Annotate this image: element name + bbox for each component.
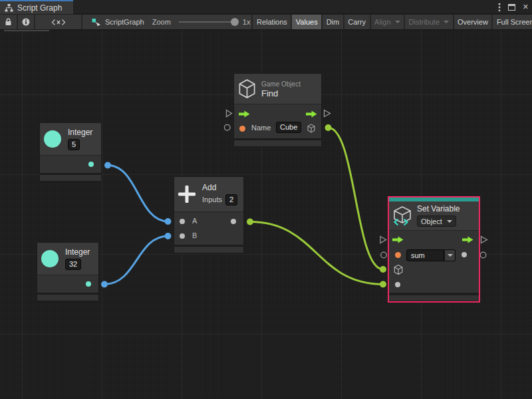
toolbar-button-values[interactable]: Values xyxy=(291,15,321,29)
value-port-circle[interactable] xyxy=(224,124,230,130)
zoom-control: Zoom 1x xyxy=(152,15,252,29)
maximize-icon[interactable] xyxy=(508,4,515,11)
toolbar-button-distribute[interactable]: Distribute xyxy=(404,15,452,29)
wire-endpoint[interactable] xyxy=(165,233,172,239)
name-input-port[interactable] xyxy=(239,126,245,132)
flow-port-triangle[interactable] xyxy=(325,110,331,117)
gameobject-target-port[interactable] xyxy=(394,265,403,275)
code-toggle-button[interactable] xyxy=(34,15,81,29)
node-integer-2[interactable]: Integer 32 xyxy=(37,243,98,301)
node-title: Set Variable xyxy=(417,205,460,213)
graph-name: ScriptGraph xyxy=(105,18,144,26)
toolbar-button-overview[interactable]: Overview xyxy=(453,15,492,29)
variable-kind-dropdown[interactable]: Object xyxy=(417,215,456,227)
chevron-down-icon xyxy=(447,220,452,223)
wire-endpoint[interactable] xyxy=(104,162,111,169)
info-button[interactable] xyxy=(17,15,34,29)
chevron-down-icon xyxy=(395,21,400,23)
integer-value-field[interactable]: 5 xyxy=(68,139,80,150)
node-gameobject-find[interactable]: Game Object Find Na xyxy=(234,74,321,146)
node-footer xyxy=(389,295,479,301)
plus-icon xyxy=(178,186,196,203)
variable-name-port[interactable] xyxy=(395,252,401,258)
toolbar-button-align[interactable]: Align xyxy=(370,15,404,29)
inputs-count-field[interactable]: 2 xyxy=(225,194,237,205)
flow-input-arrow[interactable] xyxy=(239,110,250,118)
wire-endpoint[interactable] xyxy=(325,124,332,131)
flow-input-arrow[interactable] xyxy=(392,236,404,243)
wire-endpoint[interactable] xyxy=(380,281,386,288)
lock-icon xyxy=(5,18,12,26)
close-icon[interactable]: ✕ xyxy=(523,3,529,11)
toolbar-button-carry[interactable]: Carry xyxy=(343,15,370,29)
input-port-b[interactable] xyxy=(180,233,185,239)
zoom-label: Zoom xyxy=(152,18,171,26)
toolbar-button-dim[interactable]: Dim xyxy=(321,15,343,29)
node-title: Add xyxy=(202,184,216,192)
integer-value-field[interactable]: 32 xyxy=(65,259,81,270)
integer-icon xyxy=(41,250,59,267)
tab-title: Script Graph xyxy=(17,3,62,13)
wire-endpoint[interactable] xyxy=(247,219,253,225)
wire-integer5-to-add-a[interactable] xyxy=(108,166,168,222)
info-icon xyxy=(22,18,30,26)
port-label-a: A xyxy=(192,217,197,225)
toolbar-button-fullscreen[interactable]: Full Screen xyxy=(491,15,532,29)
flow-port-triangle[interactable] xyxy=(481,237,487,243)
wire-endpoint[interactable] xyxy=(165,218,172,225)
node-footer xyxy=(234,140,321,146)
graph-asset-label[interactable]: ScriptGraph xyxy=(92,15,144,29)
node-category: Game Object xyxy=(261,80,301,88)
port-label-b: B xyxy=(192,231,197,239)
node-set-variable[interactable]: Set Variable Object xyxy=(388,196,480,303)
cube-icon xyxy=(238,79,256,98)
node-integer-1[interactable]: Integer 5 xyxy=(40,123,101,181)
integer-output-port[interactable] xyxy=(88,162,94,167)
zoom-value: 1x xyxy=(243,18,251,26)
node-add[interactable]: Add Inputs 2 A B xyxy=(174,177,243,253)
wire-find-to-setvariable-target[interactable] xyxy=(329,128,384,269)
name-value-field[interactable]: Cube xyxy=(276,122,301,133)
zoom-slider[interactable] xyxy=(179,21,237,23)
tab-script-graph[interactable]: Script Graph xyxy=(0,0,73,14)
chevron-down-icon xyxy=(444,21,449,23)
input-port-a[interactable] xyxy=(180,219,185,224)
wire-endpoint[interactable] xyxy=(101,281,108,288)
output-port-sum[interactable] xyxy=(231,219,236,224)
zoom-slider-handle[interactable] xyxy=(231,18,239,26)
set-variable-icon xyxy=(392,206,412,226)
output-value-port[interactable] xyxy=(462,252,467,257)
variable-name-dropdown[interactable]: sum xyxy=(406,249,456,261)
inputs-label: Inputs xyxy=(202,196,222,203)
value-port-circle[interactable] xyxy=(480,252,486,258)
lock-button[interactable] xyxy=(0,15,17,29)
wire-endpoint[interactable] xyxy=(380,266,386,273)
flow-output-arrow[interactable] xyxy=(462,236,473,243)
node-title: Integer xyxy=(65,248,90,257)
node-footer xyxy=(174,247,243,253)
integer-icon xyxy=(44,130,61,148)
graph-canvas[interactable]: Integer 5 Integer 32 xyxy=(0,30,532,399)
code-icon xyxy=(51,18,66,27)
flow-output-arrow[interactable] xyxy=(306,110,317,118)
integer-output-port[interactable] xyxy=(86,281,91,287)
script-graph-icon xyxy=(92,17,101,27)
gameobject-output-port[interactable] xyxy=(307,124,315,133)
node-title: Integer xyxy=(68,128,92,137)
graph-toolbar: ScriptGraph Zoom 1x Relations Values Dim… xyxy=(0,15,532,30)
toolbar-button-relations[interactable]: Relations xyxy=(251,15,291,29)
node-title: Find xyxy=(261,89,278,98)
name-label: Name xyxy=(251,124,271,132)
wire-integer32-to-add-b[interactable] xyxy=(104,236,168,285)
flow-port-triangle[interactable] xyxy=(227,110,232,117)
window-titlebar: Script Graph ✕ xyxy=(0,0,532,14)
node-footer xyxy=(40,175,101,181)
value-port-circle[interactable] xyxy=(381,252,387,258)
flow-port-triangle[interactable] xyxy=(380,237,386,243)
script-graph-window: Script Graph ✕ xyxy=(0,0,532,399)
dropdown-button[interactable] xyxy=(444,249,456,261)
node-footer xyxy=(37,295,98,301)
graph-tab-icon xyxy=(5,4,13,12)
menu-dots-icon[interactable] xyxy=(498,3,501,12)
value-input-port[interactable] xyxy=(395,282,400,287)
